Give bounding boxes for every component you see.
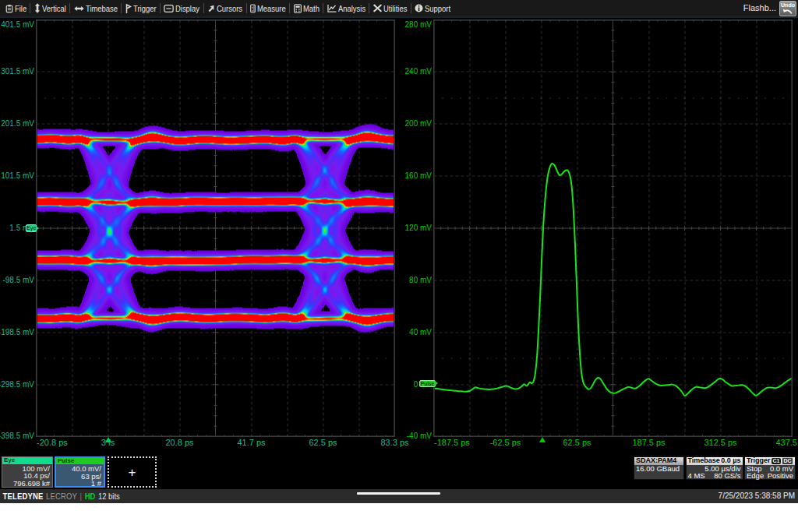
y-axis-label: -398.5 mV (0, 432, 34, 440)
x-axis-label: 20.8 ps (165, 438, 193, 447)
trigger-slope: Positive (768, 472, 793, 480)
y-axis-label: 160 mV (405, 171, 432, 180)
x-axis-label: 62.5 ps (309, 438, 337, 447)
undo-arrow-icon (782, 9, 793, 16)
menu-item-label: Math (303, 4, 320, 13)
pulse-descriptor-box[interactable]: Pulse 40.0 mV/ 63 ps/ 1 # (55, 456, 105, 488)
brand-logo: TELEDYNELECROY|HD12 bits (0, 491, 120, 501)
eye-descriptor-title: Eye (2, 457, 52, 464)
x-axis-label: -187.5 ps (434, 438, 470, 447)
utilities-icon (373, 4, 382, 12)
eye-sweep-count: 796.698 k# (2, 480, 50, 488)
brand-teledyne: TELEDYNE (3, 491, 44, 501)
trigger-position-marker-right[interactable] (539, 437, 546, 442)
add-trace-box[interactable]: + (108, 456, 157, 488)
pulse-channel-tag[interactable]: Pulse (419, 380, 436, 387)
support-icon (415, 4, 423, 12)
eye-descriptor-box[interactable]: Eye 100 mV/ 10.4 ps/ 796.698 k# (2, 456, 53, 488)
menu-item-file[interactable]: File (2, 0, 30, 16)
undo-button-label: Undo (781, 2, 795, 9)
hd-badge: HD (85, 491, 96, 501)
eye-channel-tag[interactable]: Eye (26, 224, 37, 232)
menu-item-label: File (15, 4, 26, 13)
pulse-sweep-count: 1 # (56, 480, 101, 488)
datetime-label: 7/25/2023 5:38:58 PM (719, 489, 795, 503)
menu-item-label: Display (175, 4, 200, 13)
timebase-samples: 4 MS (688, 472, 705, 480)
menu-item-analysis[interactable]: Analysis (323, 0, 369, 16)
bits-label: 12 bits (98, 491, 120, 501)
display-icon (164, 5, 174, 12)
menu-item-label: Measure (257, 4, 286, 13)
x-axis-label: -20.8 ps (37, 438, 68, 447)
x-axis-label: 312.5 ps (704, 438, 736, 447)
file-icon (5, 4, 13, 13)
eye-diagram-grid[interactable] (36, 19, 395, 437)
desktop-background (0, 503, 798, 532)
menu-item-label: Timebase (86, 4, 118, 13)
analysis-icon (327, 4, 337, 12)
plus-icon: + (129, 466, 136, 479)
y-axis-label: 280 mV (405, 20, 432, 29)
trigger-icon (125, 3, 132, 13)
sdax-baud-rate: 16.00 GBaud (636, 465, 680, 473)
cursors-icon (207, 5, 215, 12)
x-axis-label: -62.5 ps (490, 438, 521, 447)
y-axis-label: 101.5 mV (1, 171, 34, 180)
undo-button[interactable]: Undo (779, 1, 796, 16)
y-axis-label: -40 mV (407, 432, 432, 440)
menu-item-display[interactable]: Display (161, 0, 203, 16)
measure-icon (250, 4, 256, 13)
brand-separator: | (80, 491, 82, 501)
trigger-type: Edge (747, 472, 764, 480)
oscilloscope-screen: FileVerticalTimebaseTriggerDisplayCursor… (0, 0, 798, 532)
y-axis-label: -98.5 mV (2, 276, 34, 284)
x-axis-label: 437.5 ps (775, 438, 798, 447)
menu-item-label: Vertical (42, 4, 66, 13)
y-axis-label: 240 mV (405, 67, 432, 76)
menu-item-vertical[interactable]: Vertical (30, 0, 69, 16)
timebase-sample-rate: 80 GS/s (714, 472, 740, 480)
vertical-icon (34, 3, 41, 13)
trigger-source-badge: C1 (772, 458, 781, 464)
x-axis-label: 187.5 ps (632, 438, 665, 447)
x-axis-label: 62.5 ps (563, 438, 591, 447)
menu-item-utilities[interactable]: Utilities (369, 0, 410, 16)
trigger-position-marker-left[interactable] (105, 437, 111, 442)
menu-item-label: Trigger (133, 4, 157, 13)
menu-item-label: Utilities (383, 4, 407, 13)
y-axis-label: 401.5 mV (1, 20, 34, 29)
pulse-descriptor-title: Pulse (56, 458, 104, 464)
y-axis-label: 40 mV (409, 328, 432, 336)
display-area: 401.5 mV301.5 mV201.5 mV101.5 mV1.5 mV-9… (0, 18, 798, 489)
x-axis-label: 41.7 ps (237, 438, 265, 447)
y-axis-label: -298.5 mV (0, 380, 34, 389)
menu-item-support[interactable]: Support (411, 0, 454, 16)
y-axis-label: 80 mV (409, 276, 432, 284)
menu-bar: FileVerticalTimebaseTriggerDisplayCursor… (0, 0, 798, 18)
sdax-info-box[interactable]: SDAX:PAM4 16.00 GBaud (634, 456, 684, 480)
taskbar-handle[interactable] (357, 492, 440, 495)
menu-item-timebase[interactable]: Timebase (70, 0, 121, 16)
y-axis-label: 200 mV (405, 119, 432, 128)
menu-item-label: Support (425, 4, 450, 13)
math-icon (294, 4, 302, 13)
menu-items: FileVerticalTimebaseTriggerDisplayCursor… (0, 0, 454, 16)
menu-item-cursors[interactable]: Cursors (204, 0, 246, 16)
menu-item-measure[interactable]: Measure (247, 0, 290, 16)
menu-item-label: Analysis (338, 4, 365, 13)
status-bar: TELEDYNELECROY|HD12 bits 7/25/2023 5:38:… (0, 489, 798, 503)
menu-item-trigger[interactable]: Trigger (122, 0, 160, 16)
brand-lecroy: LECROY (46, 491, 77, 501)
y-axis-label: 301.5 mV (1, 67, 34, 76)
y-axis-label: 201.5 mV (1, 119, 34, 128)
menu-item-math[interactable]: Math (290, 0, 323, 16)
menu-item-label: Cursors (217, 4, 242, 13)
flashback-label: Flashb... (743, 0, 776, 16)
trigger-info-box[interactable]: Trigger C1 DC Stop 0.0 mV Edge Positive (744, 456, 796, 480)
x-axis-label: 83.3 ps (380, 438, 408, 447)
y-axis-label: -198.5 mV (0, 328, 34, 336)
timebase-info-box[interactable]: Timebase 0.0 µs 5.00 µs/div 4 MS 80 GS/s (686, 456, 743, 480)
pulse-waveform-grid[interactable] (433, 19, 793, 437)
y-axis-label: 120 mV (405, 224, 432, 232)
